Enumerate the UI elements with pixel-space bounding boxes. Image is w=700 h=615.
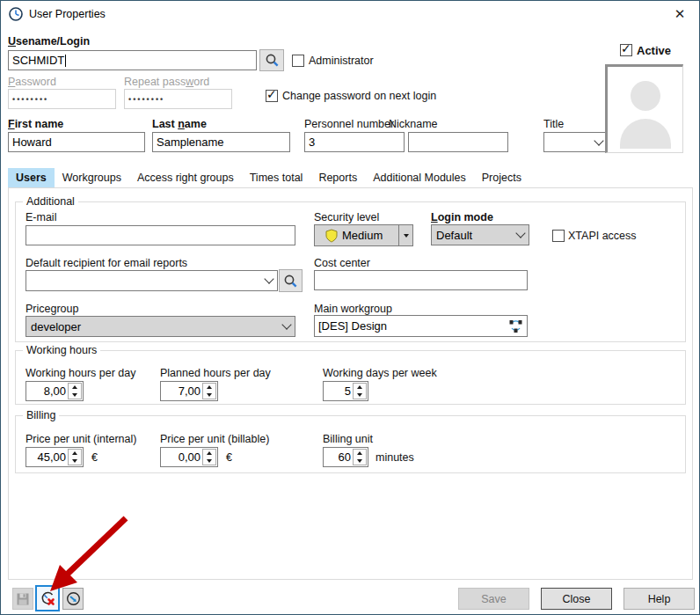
- spin-up-icon: [354, 384, 366, 392]
- pricegroup-combobox[interactable]: developer: [26, 316, 295, 337]
- clock-icon: [8, 6, 24, 22]
- nickname-input[interactable]: [408, 132, 508, 152]
- first-name-label: First name: [8, 118, 63, 130]
- title-bar: User Properties ✕: [1, 1, 699, 27]
- username-label: Usename/Login: [8, 35, 90, 48]
- spin-buttons[interactable]: [202, 383, 216, 399]
- spin-buttons[interactable]: [353, 383, 367, 399]
- billing-group-label: Billing: [23, 409, 59, 421]
- tab-workgroups[interactable]: Workgroups: [55, 168, 129, 188]
- tab-access-right-groups[interactable]: Access right groups: [129, 168, 242, 188]
- save-floppy-icon: [16, 592, 30, 606]
- spin-down-icon: [354, 458, 366, 465]
- default-recipient-combobox[interactable]: [26, 270, 278, 291]
- tab-times-total[interactable]: Times total: [242, 168, 311, 188]
- save-record-button: [12, 588, 33, 610]
- delete-timestamp-button[interactable]: [35, 585, 60, 611]
- planned-hours-per-day-label: Planned hours per day: [160, 367, 271, 379]
- additional-group-label: Additional: [23, 195, 78, 208]
- spin-up-icon: [354, 450, 366, 458]
- administrator-label: Administrator: [309, 55, 374, 67]
- main-workgroup-value: [DES] Design: [318, 319, 387, 333]
- security-level-label: Security level: [314, 211, 379, 223]
- price-internal-currency: €: [91, 451, 98, 464]
- planned-hours-per-day-spinner[interactable]: 7,00: [160, 381, 218, 401]
- main-workgroup-label: Main workgroup: [314, 303, 392, 315]
- tab-users[interactable]: Users: [8, 168, 55, 188]
- password-label: Password: [8, 76, 56, 88]
- window-title: User Properties: [29, 8, 106, 20]
- change-password-checkbox[interactable]: [266, 90, 278, 102]
- pricegroup-value: developer: [31, 320, 81, 333]
- spin-buttons[interactable]: [202, 449, 216, 465]
- login-mode-label: Login mode: [431, 211, 493, 223]
- chevron-down-icon: [515, 228, 525, 238]
- chevron-down-icon: [594, 135, 603, 145]
- go-to-button[interactable]: [62, 588, 84, 610]
- workgroup-network-icon[interactable]: [508, 319, 523, 333]
- security-dropdown-segment[interactable]: [398, 225, 412, 245]
- working-days-per-week-label: Working days per week: [323, 367, 437, 379]
- spin-down-icon: [69, 458, 81, 465]
- user-properties-dialog: User Properties ✕ Usename/Login SCHMIDT …: [0, 0, 700, 615]
- price-billable-label: Price per unit (billable): [160, 433, 269, 445]
- username-lookup-button[interactable]: [259, 49, 284, 71]
- silhouette-body: [620, 119, 671, 149]
- personnel-number-input[interactable]: [304, 132, 405, 152]
- tab-projects[interactable]: Projects: [474, 168, 529, 188]
- default-recipient-label: Default recipient for email reports: [26, 257, 187, 269]
- search-icon: [265, 53, 280, 68]
- change-password-label: Change password on next login: [282, 90, 436, 102]
- spin-down-icon: [203, 392, 215, 399]
- billing-unit-spinner[interactable]: 60: [323, 447, 368, 467]
- active-checkbox[interactable]: [620, 44, 632, 56]
- username-value: SCHMIDT: [12, 54, 64, 67]
- chevron-down-icon: [281, 319, 291, 329]
- user-photo-placeholder[interactable]: [605, 64, 683, 153]
- tab-reports[interactable]: Reports: [310, 168, 365, 188]
- price-internal-spinner[interactable]: 45,00: [26, 447, 84, 467]
- billing-unit-suffix: minutes: [376, 451, 414, 464]
- circle-arrow-icon: [66, 591, 81, 606]
- administrator-checkbox[interactable]: [292, 55, 304, 67]
- recipient-lookup-button[interactable]: [279, 269, 303, 292]
- help-button[interactable]: Help: [623, 588, 695, 610]
- email-input[interactable]: [26, 225, 295, 245]
- last-name-label: Last name: [152, 118, 207, 130]
- title-combobox[interactable]: [543, 132, 608, 152]
- password-input: [8, 89, 116, 109]
- tab-bar: Users Workgroups Access right groups Tim…: [8, 168, 529, 188]
- last-name-input[interactable]: [152, 132, 290, 152]
- spin-buttons[interactable]: [68, 449, 82, 465]
- login-mode-combobox[interactable]: Default: [431, 224, 529, 245]
- spinner-value: 8,00: [26, 382, 67, 400]
- nickname-label: Nickname: [389, 118, 438, 130]
- working-days-per-week-spinner[interactable]: 5: [323, 381, 368, 401]
- spin-down-icon: [203, 458, 215, 465]
- search-icon: [283, 274, 298, 289]
- xtapi-checkbox[interactable]: [552, 230, 565, 242]
- cost-center-input[interactable]: [314, 270, 528, 290]
- username-input[interactable]: SCHMIDT: [8, 50, 257, 70]
- spin-down-icon: [354, 392, 366, 399]
- spin-up-icon: [69, 384, 81, 392]
- silhouette-head: [631, 81, 660, 111]
- working-hours-per-day-spinner[interactable]: 8,00: [26, 381, 84, 401]
- spin-buttons[interactable]: [353, 449, 367, 465]
- tab-additional-modules[interactable]: Additional Modules: [365, 168, 474, 188]
- working-hours-per-day-label: Working hours per day: [26, 367, 136, 379]
- spin-up-icon: [69, 450, 81, 458]
- spin-up-icon: [203, 450, 215, 458]
- spinner-value: 45,00: [26, 448, 67, 466]
- security-level-dropdown[interactable]: Medium: [314, 224, 413, 246]
- first-name-input[interactable]: [8, 132, 145, 152]
- close-icon[interactable]: ✕: [667, 4, 692, 24]
- xtapi-label: XTAPI access: [568, 230, 637, 242]
- spin-buttons[interactable]: [68, 383, 82, 399]
- email-label: E-mail: [26, 211, 56, 223]
- pricegroup-label: Pricegroup: [26, 303, 78, 315]
- price-billable-spinner[interactable]: 0,00: [160, 447, 218, 467]
- price-billable-currency: €: [226, 451, 232, 464]
- close-button[interactable]: Close: [541, 588, 612, 610]
- main-workgroup-field[interactable]: [DES] Design: [314, 315, 528, 337]
